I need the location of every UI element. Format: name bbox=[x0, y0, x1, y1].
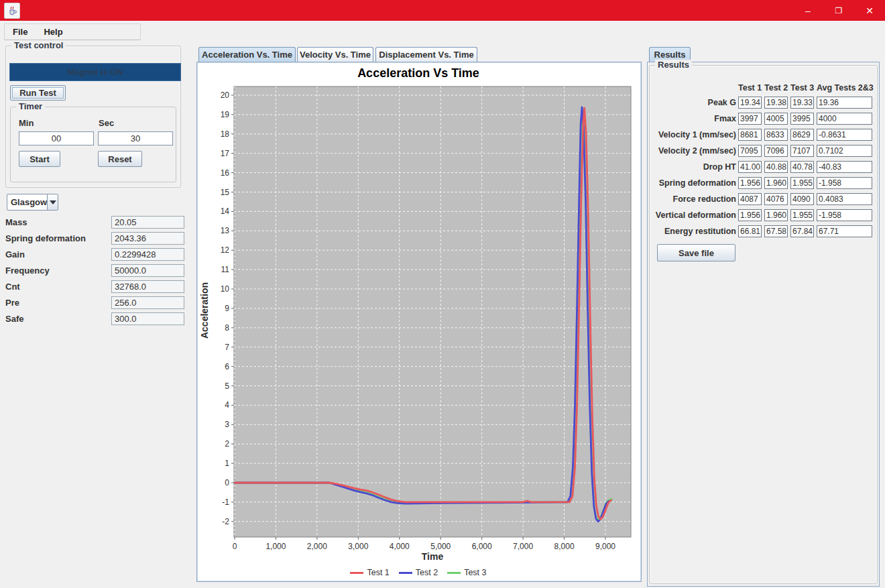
chart-panel: Acceleration Vs Time -2-1012345678910111… bbox=[196, 62, 642, 582]
chart-legend: Test 1Test 2Test 3 bbox=[197, 568, 640, 577]
parameter-value-field[interactable]: 50000.0 bbox=[111, 264, 184, 277]
results-value-field[interactable]: -0.8631 bbox=[817, 129, 872, 141]
run-test-button[interactable]: Run Test bbox=[10, 85, 66, 101]
legend-swatch bbox=[350, 572, 363, 574]
results-value-field[interactable]: 19.34 bbox=[738, 97, 762, 109]
timer-panel: Timer Min Sec 00 30 Start Reset bbox=[10, 107, 176, 182]
results-row-label: Vertical deformation bbox=[656, 211, 736, 220]
results-value-field[interactable]: 40.78 bbox=[790, 161, 814, 173]
parameter-value-field[interactable]: 32768.0 bbox=[111, 280, 184, 293]
results-row: Drop HT41.0040.8840.78-40.83 bbox=[650, 161, 877, 174]
parameter-label: Pre bbox=[5, 298, 19, 308]
results-value-field[interactable]: 67.84 bbox=[790, 225, 814, 237]
results-value-field[interactable]: -1.958 bbox=[817, 209, 872, 221]
results-value-field[interactable]: 1.956 bbox=[738, 177, 762, 189]
results-value-field[interactable]: 8633 bbox=[764, 129, 788, 141]
save-file-button[interactable]: Save file bbox=[657, 244, 735, 261]
parameter-value-field[interactable]: 0.2299428 bbox=[111, 248, 184, 261]
reset-button[interactable]: Reset bbox=[98, 151, 142, 167]
results-value-field[interactable]: 7107 bbox=[790, 145, 814, 157]
svg-text:9,000: 9,000 bbox=[595, 542, 615, 551]
svg-text:13: 13 bbox=[221, 226, 230, 235]
start-button[interactable]: Start bbox=[19, 151, 60, 167]
acceleration-chart[interactable]: -2-10123456789101112131415161718192001,0… bbox=[197, 62, 640, 565]
results-value-field[interactable]: 8629 bbox=[790, 129, 814, 141]
svg-text:10: 10 bbox=[221, 284, 230, 294]
results-row: Spring deformation1.9561.9601.955-1.958 bbox=[650, 177, 877, 190]
chevron-down-icon[interactable] bbox=[47, 194, 58, 210]
tab-displacement[interactable]: Displacement Vs. Time bbox=[375, 47, 477, 62]
results-value-field[interactable]: 19.33 bbox=[790, 97, 814, 109]
results-value-field[interactable]: 41.00 bbox=[738, 161, 762, 173]
results-value-field[interactable]: 3995 bbox=[790, 113, 814, 125]
results-value-field[interactable]: 4000 bbox=[817, 113, 872, 125]
results-row: Energy restitution66.8167.5867.8467.71 bbox=[650, 225, 877, 238]
results-value-field[interactable]: 3997 bbox=[738, 113, 762, 125]
results-value-field[interactable]: 66.81 bbox=[738, 225, 762, 237]
results-value-field[interactable]: 1.955 bbox=[790, 177, 814, 189]
svg-text:8: 8 bbox=[225, 323, 229, 333]
results-value-field[interactable]: 1.956 bbox=[738, 209, 762, 221]
close-button[interactable]: ✕ bbox=[854, 0, 885, 21]
parameter-value-field[interactable]: 300.0 bbox=[111, 312, 184, 325]
menu-file[interactable]: File bbox=[5, 27, 36, 37]
results-row: Fmax3997400539954000 bbox=[650, 113, 877, 125]
parameter-value-field[interactable]: 2043.36 bbox=[111, 232, 184, 245]
results-value-field[interactable]: -40.83 bbox=[817, 161, 872, 173]
magnet-status-button[interactable]: Magnet is ON bbox=[9, 63, 181, 81]
parameter-value-field[interactable]: 20.05 bbox=[111, 216, 184, 229]
svg-text:19: 19 bbox=[221, 110, 230, 119]
results-value-field[interactable]: -1.958 bbox=[817, 177, 872, 189]
results-value-field[interactable]: 4087 bbox=[738, 193, 762, 205]
parameter-label: Cnt bbox=[5, 282, 20, 292]
results-row-label: Spring deformation bbox=[659, 178, 736, 188]
java-icon bbox=[4, 3, 20, 19]
svg-text:1,000: 1,000 bbox=[266, 542, 286, 551]
results-value-field[interactable]: 7096 bbox=[764, 145, 788, 157]
tab-velocity[interactable]: Velocity Vs. Time bbox=[297, 47, 373, 62]
parameter-label: Safe bbox=[5, 314, 23, 324]
results-value-field[interactable]: 1.960 bbox=[764, 209, 788, 221]
svg-text:16: 16 bbox=[221, 168, 230, 178]
maximize-button[interactable]: ❐ bbox=[823, 0, 854, 21]
parameter-label: Mass bbox=[5, 217, 27, 227]
results-value-field[interactable]: 4076 bbox=[764, 193, 788, 205]
tab-acceleration[interactable]: Acceleration Vs. Time bbox=[198, 47, 296, 62]
svg-text:9: 9 bbox=[225, 304, 229, 313]
title-bar: – ❐ ✕ bbox=[0, 0, 885, 21]
results-value-field[interactable]: 0.4083 bbox=[817, 193, 872, 205]
svg-text:7,000: 7,000 bbox=[513, 542, 533, 551]
x-axis-label: Time bbox=[379, 551, 486, 562]
results-value-field[interactable]: 4090 bbox=[790, 193, 814, 205]
results-value-field[interactable]: 19.36 bbox=[817, 97, 872, 109]
site-select[interactable]: Glasgow bbox=[7, 194, 58, 211]
svg-text:15: 15 bbox=[221, 188, 230, 197]
results-row-label: Energy restitution bbox=[664, 227, 736, 236]
results-value-field[interactable]: 67.58 bbox=[764, 225, 788, 237]
sec-label: Sec bbox=[99, 118, 114, 128]
results-value-field[interactable]: 0.7102 bbox=[817, 145, 872, 157]
svg-text:6,000: 6,000 bbox=[472, 542, 492, 551]
results-row: Vertical deformation1.9561.9601.955-1.95… bbox=[650, 209, 877, 222]
results-column-header: Avg Tests 2&3 bbox=[817, 83, 874, 93]
results-value-field[interactable]: 67.71 bbox=[817, 225, 872, 237]
results-value-field[interactable]: 40.88 bbox=[764, 161, 788, 173]
results-value-field[interactable]: 19.38 bbox=[764, 97, 788, 109]
results-column-header: Test 3 bbox=[790, 83, 814, 93]
menu-help[interactable]: Help bbox=[36, 27, 70, 37]
minimize-button[interactable]: – bbox=[792, 0, 823, 21]
y-axis-label: Acceleration bbox=[199, 260, 210, 361]
results-value-field[interactable]: 8681 bbox=[738, 129, 762, 141]
results-value-field[interactable]: 7095 bbox=[738, 145, 762, 157]
svg-text:17: 17 bbox=[221, 149, 230, 158]
seconds-input[interactable]: 30 bbox=[98, 131, 173, 145]
results-value-field[interactable]: 4005 bbox=[764, 113, 788, 125]
results-value-field[interactable]: 1.960 bbox=[764, 177, 788, 189]
results-value-field[interactable]: 1.955 bbox=[790, 209, 814, 221]
minutes-input[interactable]: 00 bbox=[19, 131, 94, 145]
parameter-value-field[interactable]: 256.0 bbox=[111, 296, 184, 309]
svg-text:14: 14 bbox=[221, 207, 230, 216]
results-row: Peak G19.3419.3819.3319.36 bbox=[650, 97, 877, 109]
results-row-label: Velocity 2 (mm/sec) bbox=[658, 146, 736, 156]
svg-text:20: 20 bbox=[221, 91, 230, 100]
